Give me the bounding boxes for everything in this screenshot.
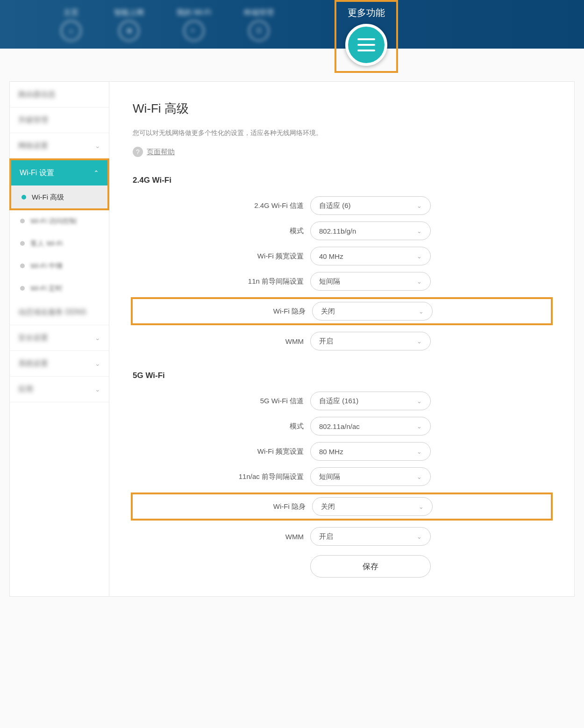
wifi-5g-label-1: 模式 xyxy=(133,422,310,431)
wifi-24g-row-2: Wi-Fi 频宽设置40 MHz⌄ xyxy=(133,247,551,265)
select-value: 关闭 xyxy=(321,307,335,316)
sidebar-sub-guest-wifi[interactable]: 客人 Wi-Fi xyxy=(10,232,109,255)
bullet-icon xyxy=(21,195,26,200)
wifi-24g-label-0: 2.4G Wi-Fi 信道 xyxy=(133,201,310,210)
sidebar-sub-wifi-timer[interactable]: Wi-Fi 定时 xyxy=(10,277,109,300)
wifi-5g-row-2: Wi-Fi 频宽设置80 MHz⌄ xyxy=(133,442,551,461)
wifi-24g-label-2: Wi-Fi 频宽设置 xyxy=(133,252,310,261)
wifi-24g-select-3[interactable]: 短间隔⌄ xyxy=(310,272,431,291)
devices-icon: ☷ xyxy=(249,21,269,41)
sidebar-sub-wifi-advanced[interactable]: Wi-Fi 高级 xyxy=(11,186,107,208)
wifi-5g-label-2: Wi-Fi 频宽设置 xyxy=(133,447,310,456)
wifi-5g-row-3: 11n/ac 前导间隔设置短间隔⌄ xyxy=(133,467,551,486)
save-button[interactable]: 保存 xyxy=(310,555,431,578)
sidebar-item-apps[interactable]: 应用⌄ xyxy=(10,377,109,402)
help-link: 页面帮助 xyxy=(147,148,175,157)
sidebar-wifi-highlight: Wi-Fi 设置 ⌃ Wi-Fi 高级 xyxy=(9,158,109,210)
more-button[interactable] xyxy=(345,24,387,66)
wifi-5g-row-4: Wi-Fi 隐身关闭⌄ xyxy=(131,492,553,521)
sidebar-sub-wifi-repeat[interactable]: Wi-Fi 中继 xyxy=(10,255,109,277)
sidebar: 路由器信息 升级管理 网络设置⌄ Wi-Fi 设置 ⌃ Wi-Fi 高级 Wi-… xyxy=(10,82,109,596)
nav-item-home[interactable]: 主页 ⌂ xyxy=(61,8,81,41)
nav-item-more-highlight: 更多功能 xyxy=(335,0,398,73)
wifi-5g-select-1[interactable]: 802.11a/n/ac⌄ xyxy=(310,417,431,435)
wifi-24g-title: 2.4G Wi-Fi xyxy=(133,176,551,185)
wifi-24g-select-5[interactable]: 开启⌄ xyxy=(310,332,431,350)
wifi-24g-row-5: WMM开启⌄ xyxy=(133,332,551,350)
wifi-24g-label-1: 模式 xyxy=(133,227,310,236)
wifi-5g-select-0[interactable]: 自适应 (161)⌄ xyxy=(310,392,431,410)
nav-item-wifi[interactable]: 我的 Wi-Fi ᯤ xyxy=(177,8,211,41)
chevron-down-icon: ⌄ xyxy=(419,308,424,315)
chevron-down-icon: ⌄ xyxy=(417,423,422,430)
chevron-down-icon: ⌄ xyxy=(417,253,422,260)
chevron-up-icon: ⌃ xyxy=(93,169,99,177)
select-value: 40 MHz xyxy=(319,252,343,260)
wifi-24g-row-3: 11n 前导间隔设置短间隔⌄ xyxy=(133,272,551,291)
wifi-24g-label-3: 11n 前导间隔设置 xyxy=(133,277,310,286)
wifi-5g-title: 5G Wi-Fi xyxy=(133,371,551,380)
wifi-5g-label-5: WMM xyxy=(133,533,310,541)
wifi-24g-row-0: 2.4G Wi-Fi 信道自适应 (6)⌄ xyxy=(133,196,551,215)
select-value: 80 MHz xyxy=(319,448,343,456)
nav-item-internet[interactable]: 智能上网 ⊕ xyxy=(114,8,144,41)
home-icon: ⌂ xyxy=(61,21,81,41)
chevron-down-icon: ⌄ xyxy=(417,278,422,285)
wifi-24g-label-4: Wi-Fi 隐身 xyxy=(133,307,312,316)
wifi-5g-select-3[interactable]: 短间隔⌄ xyxy=(310,467,431,486)
select-value: 短间隔 xyxy=(319,472,340,481)
select-value: 自适应 (161) xyxy=(319,397,358,406)
wifi-5g-label-3: 11n/ac 前导间隔设置 xyxy=(133,472,310,481)
wifi-5g-select-5[interactable]: 开启⌄ xyxy=(310,527,431,546)
chevron-down-icon: ⌄ xyxy=(95,142,100,150)
select-value: 开启 xyxy=(319,532,333,541)
wifi-24g-select-2[interactable]: 40 MHz⌄ xyxy=(310,247,431,265)
wifi-5g-label-4: Wi-Fi 隐身 xyxy=(133,502,312,511)
wifi-24g-row-4: Wi-Fi 隐身关闭⌄ xyxy=(131,297,553,325)
globe-icon: ⊕ xyxy=(119,21,139,41)
page-title: Wi-Fi 高级 xyxy=(133,100,551,117)
wifi-24g-label-5: WMM xyxy=(133,337,310,345)
select-value: 自适应 (6) xyxy=(319,201,351,210)
page-description: 您可以对无线网络做更多个性化的设置，适应各种无线网络环境。 xyxy=(133,129,551,137)
wifi-24g-row-1: 模式802.11b/g/n⌄ xyxy=(133,221,551,240)
sidebar-item-network[interactable]: 网络设置⌄ xyxy=(10,133,109,159)
wifi-24g-select-4[interactable]: 关闭⌄ xyxy=(312,302,433,321)
wifi-24g-select-1[interactable]: 802.11b/g/n⌄ xyxy=(310,221,431,240)
chevron-down-icon: ⌄ xyxy=(417,533,422,540)
sidebar-item-security[interactable]: 安全设置⌄ xyxy=(10,325,109,351)
chevron-down-icon: ⌄ xyxy=(419,503,424,510)
select-value: 开启 xyxy=(319,337,333,346)
sidebar-item-system[interactable]: 系统设置⌄ xyxy=(10,351,109,377)
wifi-5g-row-0: 5G Wi-Fi 信道自适应 (161)⌄ xyxy=(133,392,551,410)
sidebar-item-ddns[interactable]: 动态域名服务 DDNS xyxy=(10,300,109,325)
chevron-down-icon: ⌄ xyxy=(417,473,422,480)
main-content: Wi-Fi 高级 您可以对无线网络做更多个性化的设置，适应各种无线网络环境。 ?… xyxy=(109,82,574,596)
help-icon: ? xyxy=(133,147,143,157)
select-value: 802.11a/n/ac xyxy=(319,422,360,430)
more-label: 更多功能 xyxy=(348,7,385,19)
sidebar-item-router-info[interactable]: 路由器信息 xyxy=(10,82,109,107)
chevron-down-icon: ⌄ xyxy=(417,398,422,405)
top-header: 主页 ⌂ 智能上网 ⊕ 我的 Wi-Fi ᯤ 终端管理 ☷ xyxy=(0,0,584,49)
select-value: 关闭 xyxy=(321,502,335,511)
sidebar-item-wifi-settings[interactable]: Wi-Fi 设置 ⌃ xyxy=(11,160,107,186)
chevron-down-icon: ⌄ xyxy=(95,385,100,393)
wifi-5g-select-2[interactable]: 80 MHz⌄ xyxy=(310,442,431,461)
wifi-5g-label-0: 5G Wi-Fi 信道 xyxy=(133,397,310,406)
wifi-5g-row-5: WMM开启⌄ xyxy=(133,527,551,546)
wifi-5g-row-1: 模式802.11a/n/ac⌄ xyxy=(133,417,551,435)
chevron-down-icon: ⌄ xyxy=(417,338,422,345)
wifi-24g-select-0[interactable]: 自适应 (6)⌄ xyxy=(310,196,431,215)
hamburger-icon xyxy=(357,38,375,51)
chevron-down-icon: ⌄ xyxy=(95,334,100,342)
chevron-down-icon: ⌄ xyxy=(417,448,422,455)
help-link-row[interactable]: ? 页面帮助 xyxy=(133,147,551,157)
select-value: 802.11b/g/n xyxy=(319,227,356,235)
chevron-down-icon: ⌄ xyxy=(95,360,100,367)
chevron-down-icon: ⌄ xyxy=(417,202,422,209)
nav-item-devices[interactable]: 终端管理 ☷ xyxy=(244,8,274,41)
wifi-5g-select-4[interactable]: 关闭⌄ xyxy=(312,497,433,516)
sidebar-sub-access-control[interactable]: Wi-Fi 访问控制 xyxy=(10,210,109,232)
sidebar-item-upgrade[interactable]: 升级管理 xyxy=(10,107,109,133)
